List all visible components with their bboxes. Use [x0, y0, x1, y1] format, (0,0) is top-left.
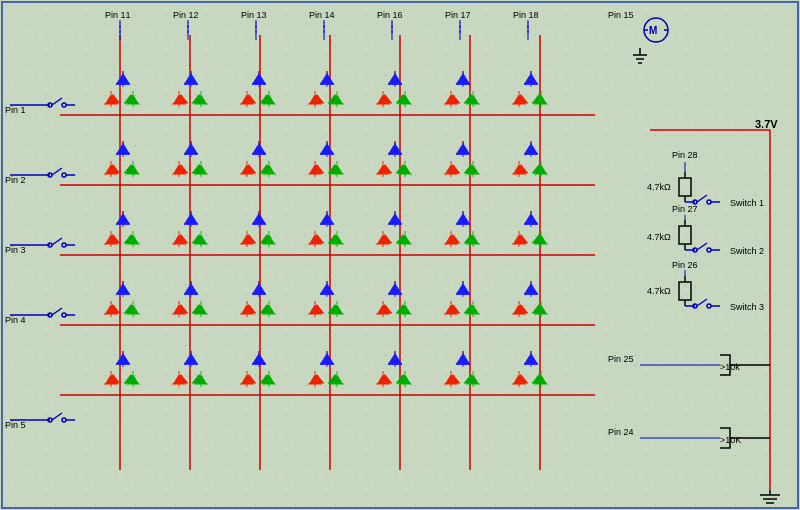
circuit-diagram	[0, 0, 800, 510]
schematic-canvas	[0, 0, 800, 510]
